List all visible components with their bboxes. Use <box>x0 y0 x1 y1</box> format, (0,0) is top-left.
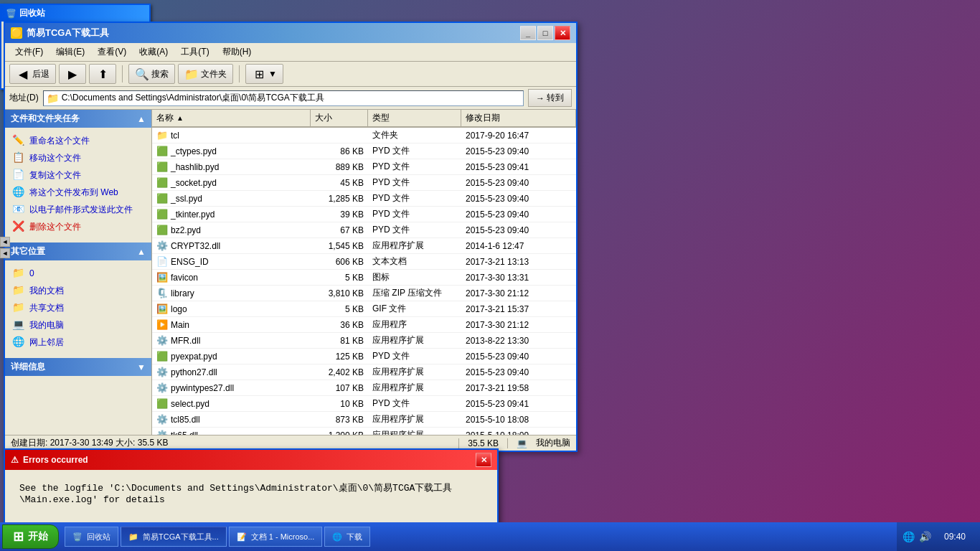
up-button[interactable]: ⬆ <box>89 64 116 84</box>
status-size: 35.5 KB <box>468 438 499 448</box>
file-row[interactable]: 🟩 pyexpat.pyd 125 KB PYD 文件 2015-5-23 09… <box>152 349 576 364</box>
file-name: _socket.pyd <box>171 178 217 188</box>
back-button[interactable]: ◀ 后退 <box>9 64 56 84</box>
address-folder-icon: 📁 <box>47 93 59 104</box>
menu-tools[interactable]: 工具(T) <box>175 44 215 60</box>
file-type-icon: ⚙️ <box>156 430 168 435</box>
file-size: 10 KB <box>340 399 364 409</box>
file-size-cell: 606 KB <box>311 254 368 269</box>
close-button[interactable]: ✕ <box>555 26 570 40</box>
minimize-button[interactable]: _ <box>520 26 536 40</box>
file-name: select.pyd <box>171 399 209 409</box>
menu-view[interactable]: 查看(V) <box>92 44 132 60</box>
file-date-cell: 2017-3-30 21:12 <box>461 317 576 332</box>
file-size: 606 KB <box>336 257 364 267</box>
file-date: 2015-5-23 09:40 <box>466 209 529 220</box>
menu-favorites[interactable]: 收藏(A) <box>133 44 174 60</box>
view-button[interactable]: ⊞ ▼ <box>245 64 283 84</box>
file-type-cell: 图标 <box>368 270 461 285</box>
other-mypc[interactable]: 💻 我的电脑 <box>11 316 146 334</box>
toolbar-sep2 <box>239 65 240 83</box>
expand-btn-2[interactable]: ◄ <box>0 248 10 258</box>
file-row[interactable]: ⚙️ CRYPT32.dll 1,545 KB 应用程序扩展 2014-1-6 … <box>152 238 576 254</box>
tasks-header[interactable]: 文件和文件夹任务 ▲ <box>5 110 151 128</box>
file-row[interactable]: 🟩 _socket.pyd 45 KB PYD 文件 2015-5-23 09:… <box>152 175 576 191</box>
other-shared[interactable]: 📁 共享文档 <box>11 299 146 316</box>
file-row[interactable]: 📄 ENSG_ID 606 KB 文本文档 2017-3-21 13:13 <box>152 254 576 270</box>
file-row[interactable]: 🟩 _hashlib.pyd 889 KB PYD 文件 2015-5-23 0… <box>152 159 576 175</box>
file-name-cell: 🖼️ favicon <box>152 270 311 285</box>
error-close-button[interactable]: ✕ <box>476 453 491 467</box>
search-icon: 🔍 <box>135 67 149 81</box>
details-header[interactable]: 详细信息 ▼ <box>5 358 151 376</box>
file-row[interactable]: ⚙️ MFR.dll 81 KB 应用程序扩展 2013-8-22 13:30 <box>152 333 576 349</box>
expand-btn-1[interactable]: ◄ <box>0 237 10 247</box>
other-network[interactable]: 🌐 网上邻居 <box>11 334 146 351</box>
file-row[interactable]: 🖼️ logo 5 KB GIF 文件 2017-3-21 15:37 <box>152 301 576 317</box>
file-rows: 📁 tcl 文件夹 2017-9-20 16:47 🟩 _ctypes.pyd … <box>152 128 576 435</box>
file-type-icon: 🗜️ <box>156 288 168 299</box>
task-publish[interactable]: 🌐 将这个文件发布到 Web <box>11 184 146 201</box>
file-row[interactable]: 🗜️ library 3,810 KB 压缩 ZIP 压缩文件 2017-3-3… <box>152 286 576 301</box>
search-button[interactable]: 🔍 搜索 <box>128 64 175 84</box>
taskbar-item-download[interactable]: 🌐 下载 <box>324 527 370 547</box>
taskbar-tray: 🌐 🔊 09:40 <box>897 522 980 551</box>
file-row[interactable]: 🖼️ favicon 5 KB 图标 2017-3-30 13:31 <box>152 270 576 286</box>
file-row[interactable]: ⚙️ pywintypes27.dll 107 KB 应用程序扩展 2017-3… <box>152 380 576 396</box>
forward-button[interactable]: ▶ <box>59 64 86 84</box>
taskbar-item-recycle[interactable]: 🗑️ 回收站 <box>65 527 118 547</box>
task-copy[interactable]: 📄 复制这个文件 <box>11 166 146 184</box>
start-button[interactable]: ⊞ 开始 <box>2 524 59 549</box>
folders-button[interactable]: 📁 文件夹 <box>178 64 233 84</box>
folders-icon: 📁 <box>184 67 199 81</box>
file-row[interactable]: 🟩 _tkinter.pyd 39 KB PYD 文件 2015-5-23 09… <box>152 207 576 222</box>
col-size-label: 大小 <box>315 112 332 124</box>
menu-help[interactable]: 帮助(H) <box>217 44 258 60</box>
taskbar-item-word[interactable]: 📝 文档 1 - Microso... <box>229 527 323 547</box>
file-name: _ctypes.pyd <box>171 146 217 156</box>
col-name[interactable]: 名称 ▲ <box>152 110 311 126</box>
file-type: 应用程序扩展 <box>372 382 424 394</box>
menu-file[interactable]: 文件(F) <box>9 44 49 60</box>
file-size: 1,285 KB <box>329 194 364 204</box>
file-row[interactable]: 🟩 _ssl.pyd 1,285 KB PYD 文件 2015-5-23 09:… <box>152 191 576 207</box>
maximize-button[interactable]: □ <box>537 26 553 40</box>
taskbar-word-label: 文档 1 - Microso... <box>251 532 315 542</box>
file-row[interactable]: ⚙️ tk65.dll 1,300 KB 应用程序扩展 2015-5-10 18… <box>152 428 576 435</box>
address-input[interactable]: 📁 C:\Documents and Settings\Administrato… <box>43 90 524 106</box>
app-icon: 🟡 <box>11 27 22 39</box>
file-row[interactable]: 🟩 bz2.pyd 67 KB PYD 文件 2015-5-23 09:40 <box>152 222 576 238</box>
task-rename[interactable]: ✏️ 重命名这个文件 <box>11 132 146 149</box>
file-name: MFR.dll <box>171 336 200 346</box>
titlebar-controls: _ □ ✕ <box>520 26 570 40</box>
other-0[interactable]: 📁 0 <box>11 265 146 282</box>
file-list-area[interactable]: 名称 ▲ 大小 类型 修改日期 📁 tcl <box>152 110 576 435</box>
task-move[interactable]: 📋 移动这个文件 <box>11 149 146 166</box>
menu-edit[interactable]: 编辑(E) <box>50 44 90 60</box>
file-row[interactable]: ⚙️ tcl85.dll 873 KB 应用程序扩展 2015-5-10 18:… <box>152 412 576 428</box>
taskbar-item-tcga[interactable]: 📁 简易TCGA下载工具... <box>121 527 227 547</box>
file-type-icon: 🖼️ <box>156 303 168 315</box>
go-button[interactable]: → 转到 <box>528 89 572 107</box>
file-row[interactable]: 📁 tcl 文件夹 2017-9-20 16:47 <box>152 128 576 143</box>
folders-label: 文件夹 <box>201 68 227 80</box>
file-row[interactable]: ⚙️ python27.dll 2,402 KB 应用程序扩展 2015-5-2… <box>152 364 576 380</box>
file-row[interactable]: 🟩 _ctypes.pyd 86 KB PYD 文件 2015-5-23 09:… <box>152 143 576 159</box>
file-row[interactable]: 🟩 select.pyd 10 KB PYD 文件 2015-5-23 09:4… <box>152 396 576 412</box>
file-date-cell: 2013-8-22 13:30 <box>461 333 576 348</box>
recycle-titlebar[interactable]: 🗑️ 回收站 <box>1 5 149 22</box>
col-size[interactable]: 大小 <box>311 110 368 126</box>
other-header[interactable]: 其它位置 ▲ <box>5 242 151 260</box>
recycle-icon: 🗑️ <box>6 9 17 19</box>
task-email[interactable]: 📧 以电子邮件形式发送此文件 <box>11 201 146 218</box>
file-row[interactable]: ▶️ Main 36 KB 应用程序 2017-3-30 21:12 <box>152 317 576 333</box>
file-date-cell: 2014-1-6 12:47 <box>461 238 576 253</box>
col-type[interactable]: 类型 <box>368 110 461 126</box>
col-date[interactable]: 修改日期 <box>461 110 576 126</box>
view-icon: ⊞ <box>252 67 266 81</box>
file-type-cell: 应用程序扩展 <box>368 428 461 435</box>
other-mydocs[interactable]: 📁 我的文档 <box>11 282 146 299</box>
task-delete[interactable]: ❌ 删除这个文件 <box>11 218 146 235</box>
file-name-cell: 🟩 _tkinter.pyd <box>152 207 311 222</box>
tray-volume-icon: 🔊 <box>919 531 931 542</box>
